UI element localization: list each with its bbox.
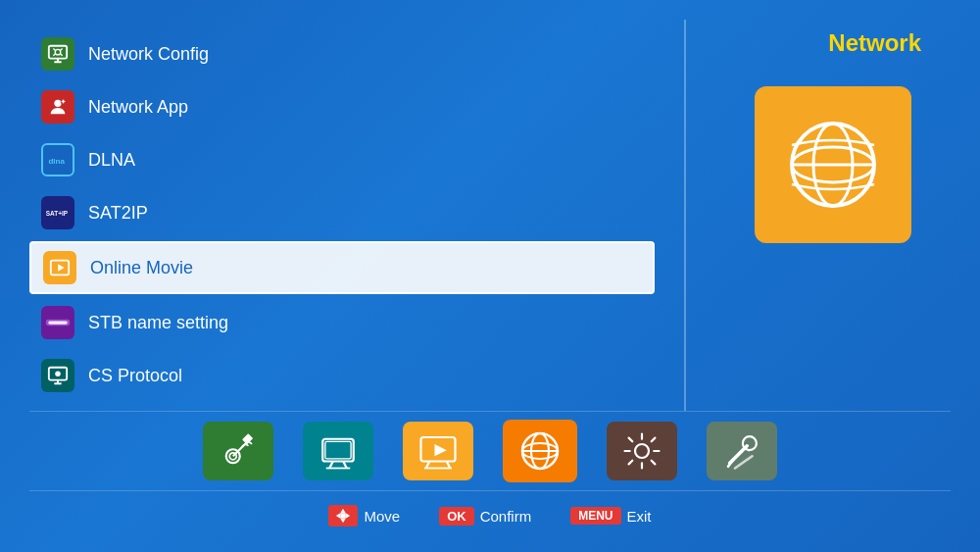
nav-icon-network[interactable] — [503, 420, 577, 482]
menu-item-network-app[interactable]: Network App — [29, 82, 655, 131]
network-app-icon — [41, 90, 74, 124]
svg-point-1 — [55, 49, 61, 55]
menu-item-online-movie[interactable]: Online Movie — [29, 241, 655, 294]
sat2ip-label: SAT2IP — [88, 203, 148, 224]
svg-marker-42 — [341, 519, 346, 524]
svg-point-36 — [635, 444, 649, 458]
menu-section: Network Config Network App — [29, 20, 655, 411]
menu-item-network-config[interactable]: Network Config — [29, 29, 655, 78]
svg-text:SAT+IP: SAT+IP — [46, 210, 69, 217]
svg-rect-11 — [48, 321, 68, 324]
tv-icon — [318, 430, 359, 472]
svg-marker-43 — [336, 513, 341, 518]
move-badge — [328, 505, 358, 527]
nav-icon-satellite[interactable] — [203, 422, 273, 480]
cs-protocol-icon — [41, 359, 74, 392]
network-config-icon — [41, 37, 74, 71]
sat2ip-icon: SAT+IP — [41, 196, 74, 229]
globe-icon — [779, 111, 887, 219]
svg-marker-28 — [435, 444, 447, 456]
svg-marker-41 — [341, 509, 346, 514]
nav-icon-tools[interactable] — [707, 422, 777, 480]
svg-rect-45 — [341, 513, 346, 518]
network-app-label: Network App — [88, 97, 188, 118]
ok-badge: OK — [439, 507, 474, 526]
tools-icon — [721, 430, 762, 472]
menu-item-dlna[interactable]: dlna DLNA — [29, 135, 655, 184]
control-confirm: OK Confirm — [439, 507, 531, 526]
satellite-icon — [218, 430, 259, 472]
menu-item-cs-protocol[interactable]: CS Protocol — [29, 351, 655, 400]
stb-name-icon — [41, 306, 74, 339]
control-exit: MENU Exit — [570, 507, 651, 525]
bottom-section: Move OK Confirm MENU Exit — [29, 411, 951, 532]
exit-label: Exit — [627, 508, 652, 525]
svg-marker-9 — [58, 264, 64, 271]
online-movie-label: Online Movie — [90, 258, 193, 278]
main-container: Network Config Network App — [0, 0, 980, 552]
right-section: Network — [715, 20, 951, 411]
menu-badge: MENU — [570, 507, 620, 525]
feature-icon-box — [755, 86, 911, 243]
svg-rect-22 — [322, 439, 354, 462]
svg-rect-26 — [325, 441, 351, 459]
svg-line-40 — [735, 456, 753, 468]
nav-icon-media[interactable] — [403, 422, 473, 480]
section-divider — [684, 20, 686, 411]
move-label: Move — [364, 508, 400, 525]
svg-point-38 — [743, 436, 757, 450]
confirm-label: Confirm — [480, 508, 532, 525]
dlna-icon: dlna — [41, 143, 74, 176]
control-move: Move — [328, 505, 400, 527]
svg-point-13 — [55, 371, 61, 376]
svg-marker-44 — [346, 513, 351, 518]
nav-icon-settings[interactable] — [607, 422, 677, 480]
svg-point-2 — [54, 100, 61, 107]
section-title: Network — [828, 29, 921, 57]
svg-rect-0 — [49, 46, 67, 59]
nav-icons-row — [29, 411, 951, 491]
stb-name-label: STB name setting — [88, 313, 228, 333]
nav-icon-tv[interactable] — [303, 422, 373, 480]
network-config-label: Network Config — [88, 44, 209, 65]
nav-globe-icon — [516, 427, 564, 475]
menu-item-sat2ip[interactable]: SAT+IP SAT2IP — [29, 188, 655, 237]
svg-text:dlna: dlna — [48, 157, 65, 166]
controls-row: Move OK Confirm MENU Exit — [29, 499, 951, 532]
cs-protocol-label: CS Protocol — [88, 366, 182, 386]
dlna-label: DLNA — [88, 150, 135, 171]
media-icon — [417, 430, 459, 472]
menu-item-stb-name[interactable]: STB name setting — [29, 298, 655, 347]
online-movie-icon — [43, 251, 76, 284]
gear-icon — [621, 430, 662, 472]
top-section: Network Config Network App — [29, 20, 951, 411]
